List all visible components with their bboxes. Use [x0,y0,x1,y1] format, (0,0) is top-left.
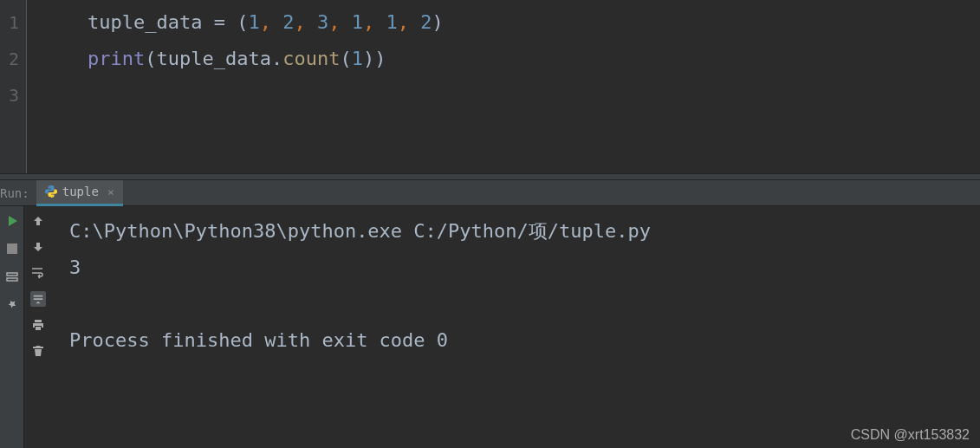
code-editor[interactable]: 1 2 3 tuple_data = (1, 2, 3, 1, 1, 2) pr… [0,0,980,173]
run-tab[interactable]: tuple × [36,180,123,206]
arrow-up-icon[interactable] [30,213,46,229]
print-icon[interactable] [30,317,46,333]
console-line [69,286,963,322]
watermark: CSDN @xrt153832 [851,427,970,443]
code-content[interactable]: tuple_data = (1, 2, 3, 1, 1, 2) print(tu… [26,0,980,173]
wrap-icon[interactable] [30,265,46,281]
console-toolbar [24,206,52,448]
left-toolbar [0,206,24,448]
console-output[interactable]: C:\Python\Python38\python.exe C:/Python/… [52,206,980,448]
run-body: C:\Python\Python38\python.exe C:/Python/… [0,206,980,448]
svg-rect-2 [7,278,17,281]
scroll-icon[interactable] [30,291,46,307]
arrow-down-icon[interactable] [30,239,46,255]
code-line: print(tuple_data.count(1)) [88,41,980,77]
pin-icon[interactable] [4,296,20,312]
trash-icon[interactable] [30,343,46,359]
layout-icon[interactable] [4,269,20,284]
code-line: tuple_data = (1, 2, 3, 1, 1, 2) [88,4,980,41]
line-number: 2 [0,41,19,77]
line-number: 3 [0,77,19,114]
console-line: 3 [69,250,963,286]
play-icon[interactable] [4,213,20,229]
console-line: Process finished with exit code 0 [69,322,963,359]
close-icon[interactable]: × [107,185,114,198]
run-panel: Run: tuple × [0,180,980,448]
line-gutter: 1 2 3 [0,0,26,173]
panel-divider[interactable] [0,173,980,180]
console-line: C:\Python\Python38\python.exe C:/Python/… [69,213,963,250]
run-label: Run: [0,186,36,200]
python-icon [45,185,57,198]
svg-rect-0 [7,243,17,254]
tab-label: tuple [62,185,99,198]
svg-rect-1 [7,273,17,276]
stop-icon[interactable] [4,241,20,256]
line-number: 1 [0,4,19,41]
run-header: Run: tuple × [0,180,980,206]
